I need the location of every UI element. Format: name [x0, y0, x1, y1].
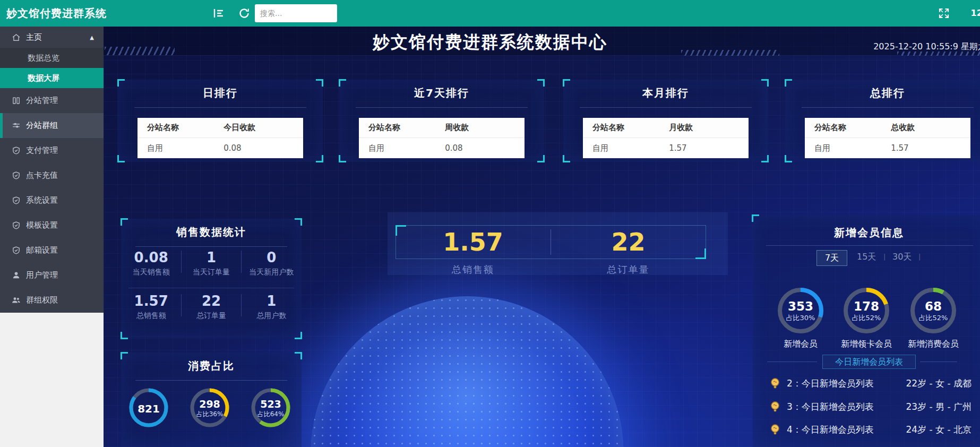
divider: [128, 288, 295, 288]
column-header: 周收款: [445, 123, 525, 133]
corner-decoration: [295, 352, 302, 359]
donut-label: 新增会员: [763, 339, 838, 350]
sidebar-item-template-settings[interactable]: 模板设置: [0, 213, 104, 238]
donut-label: 新增消费会员: [896, 339, 970, 350]
member-list-text: 2：今日新增会员列表: [787, 377, 874, 390]
corner-decoration: [339, 79, 346, 87]
corner-decoration: [121, 332, 128, 339]
bulb-icon: [769, 377, 781, 390]
shield-check-icon: [12, 246, 21, 255]
app-root: 妙文馆付费进群系统数据中心 2025-12-20 10:55:9 星期六 日排行…: [0, 0, 980, 447]
sidebar-item-mailbox-settings[interactable]: 邮箱设置: [0, 238, 104, 263]
member-list-detail: 22岁 - 女 - 成都: [906, 377, 977, 390]
corner-decoration: [563, 79, 570, 87]
sidebar-item-user-manage[interactable]: 用户管理: [0, 263, 104, 288]
donut-value: 178: [842, 299, 891, 313]
rank-card-total: 总排行 分站名称总收款 自用1.57: [785, 80, 980, 162]
corner-decoration: [295, 332, 302, 339]
sidebar-item-data-overview[interactable]: 数据总览: [0, 48, 104, 68]
corner-decoration: [537, 155, 545, 162]
stat-label: 总订单量: [181, 311, 241, 321]
globe-decoration: [311, 296, 624, 447]
donut-label: 新增领卡会员: [829, 339, 904, 350]
member-list-detail: 24岁 - 女 - 北京: [906, 424, 977, 436]
member-list-text: 4：今日新增会员列表: [787, 424, 874, 436]
sidebar-item-label: 分站群组: [26, 121, 58, 131]
sidebar-footer: [0, 313, 104, 447]
corner-decoration: [785, 79, 792, 87]
sidebar-item-substation-groups[interactable]: 分站群组: [0, 113, 104, 138]
rank-card-title: 总排行: [785, 86, 980, 100]
corner-decoration: [117, 155, 125, 162]
table-row: 自用1.57: [583, 138, 749, 158]
tab-7-days[interactable]: 7天: [816, 250, 847, 266]
table-row: 自用0.08: [137, 138, 303, 158]
collapse-menu-icon[interactable]: [212, 7, 225, 20]
shield-check-icon: [12, 196, 21, 205]
sidebar-item-home[interactable]: 主页 ▲: [0, 27, 104, 48]
sidebar-item-payment-manage[interactable]: 支付管理: [0, 138, 104, 163]
sidebar-item-label: 群组权限: [26, 295, 58, 305]
consumption-donut-chart: 821: [127, 386, 170, 429]
donut-value: 821: [127, 402, 170, 415]
today-new-members-button[interactable]: 今日新增会员列表: [822, 355, 916, 369]
search-input[interactable]: [255, 4, 337, 22]
stat-value: 0: [242, 250, 302, 265]
stat-value: 1.57: [121, 293, 181, 309]
rank-table: 分站名称总收款 自用1.57: [805, 118, 970, 158]
stat-label: 当天销售额: [121, 268, 181, 277]
cell-site-name: 自用: [137, 143, 223, 153]
corner-decoration: [537, 79, 545, 87]
cell-amount: 1.57: [891, 143, 970, 153]
sidebar-item-label: 数据总览: [28, 53, 59, 63]
fullscreen-icon[interactable]: [938, 7, 950, 20]
username-label[interactable]: 123: [971, 0, 980, 27]
sidebar-item-label: 数据大屏: [28, 73, 59, 83]
list-item[interactable]: 4：今日新增会员列表 24岁 - 女 - 北京: [769, 422, 977, 437]
top-bar: 妙文馆付费进群系统 123: [0, 0, 980, 27]
stat-value: 1: [242, 293, 302, 309]
sidebar-item-data-screen[interactable]: 数据大屏: [0, 68, 104, 88]
sidebar-item-label: 主页: [26, 32, 42, 42]
refresh-icon[interactable]: [238, 7, 251, 20]
stat-label: 总销售额: [121, 311, 181, 321]
cell-site-name: 自用: [359, 143, 445, 153]
list-item[interactable]: 3：今日新增会员列表 23岁 - 男 - 广州: [769, 399, 977, 415]
corner-decoration: [121, 352, 128, 359]
divider: [134, 107, 306, 108]
sidebar-item-label: 邮箱设置: [26, 245, 58, 255]
column-header: 月收款: [669, 123, 749, 133]
stat-label: 当天新用户数: [242, 268, 302, 277]
corner-decoration: [761, 155, 769, 162]
divider: [920, 362, 957, 362]
list-item[interactable]: 2：今日新增会员列表 22岁 - 女 - 成都: [769, 375, 977, 391]
sliders-icon: [12, 121, 21, 130]
rank-card-week: 近7天排行 分站名称周收款 自用0.08: [339, 80, 544, 162]
members-donut-chart: 68 占比52%: [909, 286, 958, 335]
sidebar-item-system-settings[interactable]: 系统设置: [0, 188, 104, 213]
stat-row: 0.08当天销售额 1当天订单量 0当天新用户数: [121, 250, 302, 277]
sidebar-item-substation-manage[interactable]: 分站管理: [0, 88, 104, 113]
stat-row: 1.57总销售额 22总订单量 1总用户数: [121, 293, 302, 321]
divider: [181, 294, 182, 316]
column-header: 分站名称: [359, 123, 445, 133]
tab-15-days[interactable]: 15天: [857, 252, 876, 263]
rank-card-title: 日排行: [118, 86, 323, 100]
column-header: 总收款: [891, 123, 970, 133]
donut-ratio: 占比52%: [909, 313, 958, 323]
shield-check-icon: [12, 171, 21, 180]
panels-icon: [12, 96, 21, 105]
sidebar-item-card-recharge[interactable]: 点卡充值: [0, 163, 104, 188]
divider: [356, 107, 528, 108]
tab-30-days[interactable]: 30天: [892, 252, 912, 263]
sidebar-item-group-permissions[interactable]: 群组权限: [0, 288, 104, 313]
rank-card-day: 日排行 分站名称今日收款 自用0.08: [118, 80, 323, 162]
page-title: 妙文馆付费进群系统数据中心: [0, 31, 980, 54]
tab-separator: |: [918, 253, 921, 261]
panel-title: 新增会员信息: [752, 226, 980, 240]
rank-card-month: 本月排行 分站名称月收款 自用1.57: [563, 80, 768, 162]
sidebar-item-label: 模板设置: [26, 220, 58, 230]
column-header: 分站名称: [805, 123, 891, 133]
shield-check-icon: [12, 221, 21, 230]
stat-label: 当天订单量: [181, 268, 241, 277]
